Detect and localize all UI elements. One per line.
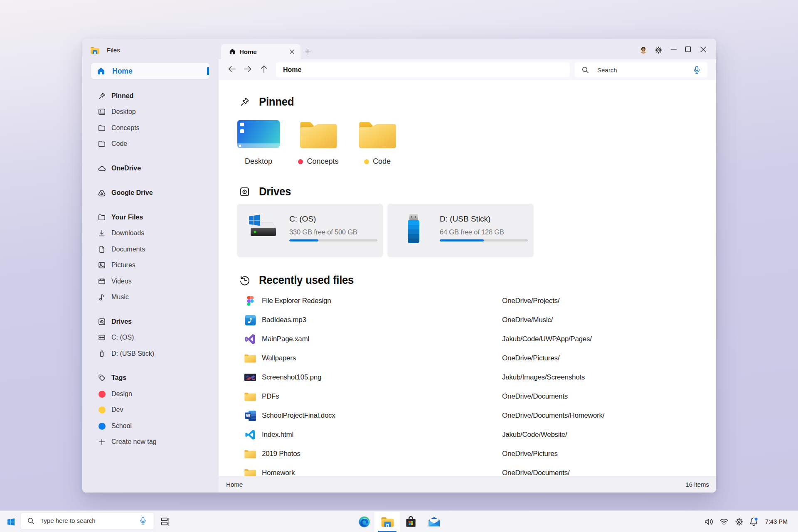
svg-text:W: W [246,413,250,418]
